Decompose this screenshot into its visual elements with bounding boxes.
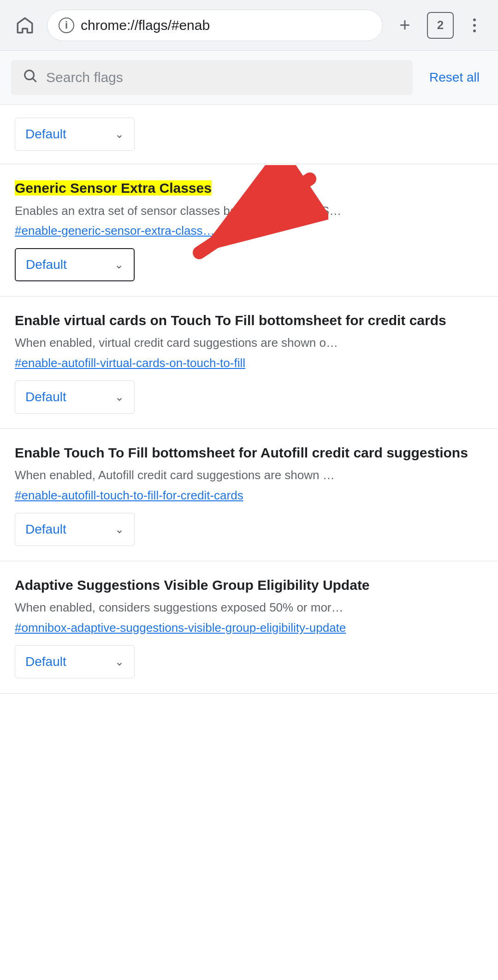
address-text: chrome://flags/#enab xyxy=(81,18,371,33)
chevron-down-icon-sensor: ⌄ xyxy=(114,258,124,271)
flag-title-highlight: Generic Sensor Extra Classes xyxy=(15,180,212,196)
dropdown-generic-sensor-value: Default xyxy=(26,257,67,272)
flag-title-generic-sensor: Generic Sensor Extra Classes xyxy=(15,179,483,198)
dropdown-first-value: Default xyxy=(25,127,66,142)
more-menu-button[interactable] xyxy=(462,13,487,38)
reset-all-button[interactable]: Reset all xyxy=(422,65,487,89)
dropdown-adaptive-suggestions[interactable]: Default ⌄ xyxy=(15,645,135,678)
flag-title-virtual-cards: Enable virtual cards on Touch To Fill bo… xyxy=(15,311,483,330)
home-button[interactable] xyxy=(11,12,39,39)
search-box[interactable]: Search flags xyxy=(11,60,413,95)
flag-description-virtual-cards: When enabled, virtual credit card sugges… xyxy=(15,334,483,351)
dropdown-virtual-cards[interactable]: Default ⌄ xyxy=(15,380,135,414)
flags-content: Default ⌄ Generic Sensor Extra Classes E… xyxy=(0,105,498,694)
more-dot-3 xyxy=(473,30,476,32)
chevron-down-icon-touch: ⌄ xyxy=(115,523,124,536)
more-dot-1 xyxy=(473,18,476,21)
flag-link-adaptive-suggestions[interactable]: #omnibox-adaptive-suggestions-visible-gr… xyxy=(15,621,483,635)
address-bar[interactable]: i chrome://flags/#enab xyxy=(47,10,383,41)
flag-link-generic-sensor[interactable]: #enable-generic-sensor-extra-class… xyxy=(15,224,483,238)
search-bar-container: Search flags Reset all xyxy=(0,51,498,105)
browser-toolbar: i chrome://flags/#enab + 2 xyxy=(0,0,498,51)
chevron-down-icon-virtual: ⌄ xyxy=(115,391,124,404)
search-icon xyxy=(22,68,38,87)
dropdown-touch-to-fill[interactable]: Default ⌄ xyxy=(15,513,135,546)
dropdown-generic-sensor[interactable]: Default ⌄ xyxy=(15,248,135,281)
flag-item-first: Default ⌄ xyxy=(0,105,498,164)
flag-link-touch-to-fill[interactable]: #enable-autofill-touch-to-fill-for-credi… xyxy=(15,488,483,503)
flag-title-touch-to-fill: Enable Touch To Fill bottomsheet for Aut… xyxy=(15,444,483,463)
flag-description-touch-to-fill: When enabled, Autofill credit card sugge… xyxy=(15,467,483,483)
chevron-down-icon: ⌄ xyxy=(115,128,124,141)
dropdown-first[interactable]: Default ⌄ xyxy=(15,118,135,151)
new-tab-button[interactable]: + xyxy=(391,12,419,39)
flag-item-generic-sensor: Generic Sensor Extra Classes Enables an … xyxy=(0,164,498,297)
tab-count-button[interactable]: 2 xyxy=(427,12,454,39)
flag-title-adaptive-suggestions: Adaptive Suggestions Visible Group Eligi… xyxy=(15,576,483,595)
more-dot-2 xyxy=(473,24,476,27)
chevron-down-icon-adaptive: ⌄ xyxy=(115,655,124,668)
info-icon: i xyxy=(59,18,74,33)
flag-item-touch-to-fill: Enable Touch To Fill bottomsheet for Aut… xyxy=(0,429,498,561)
flag-description-generic-sensor: Enables an extra set of sensor classes b… xyxy=(15,202,483,219)
dropdown-adaptive-value: Default xyxy=(25,654,66,669)
flag-link-virtual-cards[interactable]: #enable-autofill-virtual-cards-on-touch-… xyxy=(15,356,483,370)
svg-line-1 xyxy=(33,79,36,82)
flag-item-adaptive-suggestions: Adaptive Suggestions Visible Group Eligi… xyxy=(0,561,498,694)
flag-item-virtual-cards: Enable virtual cards on Touch To Fill bo… xyxy=(0,297,498,429)
search-input-placeholder: Search flags xyxy=(46,70,123,85)
dropdown-virtual-cards-value: Default xyxy=(25,390,66,404)
flag-description-adaptive-suggestions: When enabled, considers suggestions expo… xyxy=(15,599,483,616)
dropdown-touch-to-fill-value: Default xyxy=(25,522,66,537)
